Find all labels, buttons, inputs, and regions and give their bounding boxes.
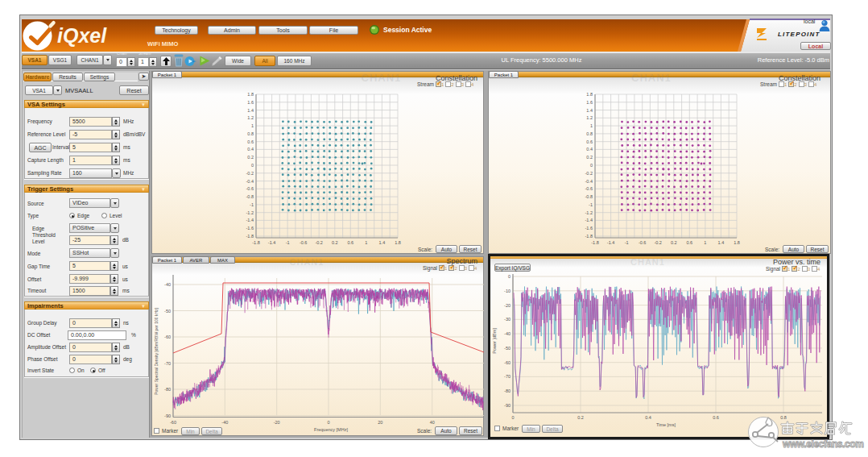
svg-text:Time [ms]: Time [ms] [656, 422, 676, 427]
svg-text:1.2: 1.2 [247, 115, 254, 120]
svg-text:-0.6: -0.6 [639, 240, 646, 245]
svg-text:-80: -80 [164, 387, 171, 392]
svg-text:-1.8: -1.8 [585, 234, 593, 239]
svg-text:-0.6: -0.6 [246, 186, 254, 191]
svg-text:1.4: 1.4 [379, 240, 386, 245]
svg-text:-1.4: -1.4 [246, 218, 254, 222]
svg-text:-40: -40 [504, 331, 510, 336]
svg-text:1: 1 [704, 240, 706, 245]
svg-text:0.6: 0.6 [586, 139, 593, 144]
svg-text:-1: -1 [286, 240, 290, 245]
svg-text:-60: -60 [504, 360, 510, 365]
svg-text:-10: -10 [504, 289, 510, 293]
svg-text:0.2: 0.2 [332, 240, 338, 245]
svg-text:1: 1 [590, 123, 593, 128]
svg-text:Power Spectral Density [dBm/RB: Power Spectral Density [dBm/RBW per 100 … [154, 307, 159, 394]
svg-text:-1.2: -1.2 [246, 210, 254, 215]
svg-text:-0.6: -0.6 [585, 186, 593, 191]
svg-text:-50: -50 [504, 346, 510, 351]
svg-text:-40: -40 [221, 420, 228, 425]
svg-text:0: 0 [508, 274, 510, 279]
svg-text:1.8: 1.8 [395, 240, 401, 245]
svg-text:-0.2: -0.2 [315, 240, 322, 245]
svg-text:-70: -70 [504, 374, 510, 379]
svg-text:1.6: 1.6 [586, 100, 593, 105]
svg-text:0.6: 0.6 [247, 139, 254, 144]
svg-text:1.8: 1.8 [247, 92, 254, 97]
svg-text:0: 0 [327, 420, 329, 425]
svg-text:-30: -30 [504, 317, 510, 322]
svg-text:-1.4: -1.4 [607, 240, 614, 245]
svg-text:-1.8: -1.8 [252, 240, 259, 245]
svg-text:-70: -70 [164, 361, 171, 366]
svg-text:-80: -80 [504, 388, 510, 393]
svg-text:-0.2: -0.2 [246, 171, 254, 176]
svg-text:0.6: 0.6 [686, 240, 692, 245]
svg-text:0: 0 [251, 163, 254, 168]
svg-text:-1.6: -1.6 [585, 226, 593, 231]
svg-text:Frequency [MHz]: Frequency [MHz] [314, 427, 348, 432]
svg-text:0.8: 0.8 [586, 131, 593, 136]
svg-text:0.4: 0.4 [645, 415, 651, 420]
svg-text:-0.8: -0.8 [246, 194, 254, 199]
svg-text:-0.4: -0.4 [585, 179, 593, 184]
svg-text:-1.6: -1.6 [246, 226, 254, 231]
svg-text:-0.2: -0.2 [585, 171, 593, 176]
svg-text:0: 0 [590, 163, 593, 168]
svg-text:-1.8: -1.8 [246, 234, 254, 239]
svg-text:-1: -1 [625, 240, 629, 245]
svg-text:-1.4: -1.4 [585, 218, 593, 222]
svg-text:-40: -40 [164, 282, 171, 287]
svg-text:0.2: 0.2 [671, 240, 677, 245]
svg-text:0.4: 0.4 [586, 147, 593, 152]
svg-text:-1.4: -1.4 [268, 240, 275, 245]
svg-text:-0.8: -0.8 [585, 194, 593, 199]
svg-text:0.8: 0.8 [247, 131, 254, 136]
svg-text:1.4: 1.4 [718, 240, 725, 245]
svg-text:-0.4: -0.4 [246, 179, 254, 184]
svg-text:-1: -1 [250, 202, 254, 207]
svg-text:-90: -90 [504, 403, 510, 408]
svg-text:-1.2: -1.2 [585, 210, 593, 215]
svg-text:-1.8: -1.8 [591, 240, 598, 245]
svg-text:-60: -60 [164, 334, 171, 339]
svg-text:20: 20 [378, 420, 382, 425]
svg-text:1.4: 1.4 [586, 108, 593, 113]
svg-text:1.8: 1.8 [586, 92, 593, 97]
svg-text:1: 1 [251, 123, 254, 128]
svg-text:1.6: 1.6 [247, 100, 254, 105]
svg-text:1.8: 1.8 [734, 240, 740, 245]
svg-text:1.4: 1.4 [247, 108, 254, 113]
svg-text:-60: -60 [170, 420, 176, 425]
svg-text:0.6: 0.6 [347, 240, 353, 245]
svg-text:0.2: 0.2 [577, 415, 584, 420]
svg-text:-90: -90 [164, 413, 171, 418]
svg-text:0.6: 0.6 [713, 415, 719, 420]
svg-text:0: 0 [511, 415, 514, 420]
svg-text:-20: -20 [274, 420, 280, 425]
svg-text:0.2: 0.2 [247, 155, 254, 160]
svg-text:-20: -20 [504, 303, 510, 308]
svg-text:-50: -50 [164, 309, 171, 314]
svg-text:0.2: 0.2 [586, 155, 593, 160]
svg-text:1: 1 [365, 240, 367, 245]
svg-text:-0.2: -0.2 [654, 240, 661, 245]
svg-text:40: 40 [430, 420, 435, 425]
svg-text:-1: -1 [589, 202, 593, 207]
svg-text:Power [dBm]: Power [dBm] [492, 328, 497, 354]
svg-text:0.4: 0.4 [247, 147, 254, 152]
svg-text:1.2: 1.2 [586, 115, 593, 120]
svg-text:-0.6: -0.6 [300, 240, 307, 245]
